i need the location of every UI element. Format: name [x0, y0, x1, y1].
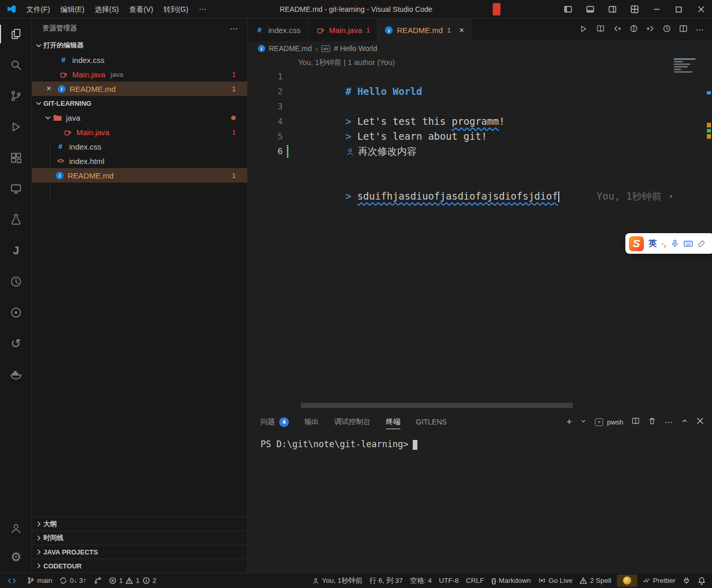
layout-customize-icon[interactable] [623, 0, 645, 19]
section-timeline[interactable]: 时间线 [32, 531, 247, 545]
java-icon[interactable]: J [0, 235, 32, 266]
remote-indicator-icon[interactable] [0, 573, 23, 588]
encoding[interactable]: UTF-8 [435, 573, 462, 588]
sidebar-more-actions-icon[interactable]: ⋯ [230, 24, 238, 34]
ime-mode-indicator[interactable]: 英 [649, 238, 657, 249]
menu-file[interactable]: 文件(F) [21, 3, 55, 16]
sync-changes[interactable]: 0↓ 3↑ [56, 573, 90, 588]
git-graph-icon[interactable] [90, 573, 105, 588]
blame-status[interactable]: You, 1秒钟前 [309, 573, 366, 588]
cursor-position[interactable]: 行 6, 列 37 [366, 573, 407, 588]
run-file-icon[interactable] [579, 24, 588, 36]
close-tab-icon[interactable]: × [459, 26, 464, 35]
open-changes-icon[interactable] [629, 24, 638, 35]
ime-toolbox-icon[interactable] [698, 239, 706, 248]
file-index-html[interactable]: <> index.html [32, 154, 247, 168]
panel-tab-problems[interactable]: 问题 4 [261, 412, 289, 432]
tab-index-css[interactable]: # index.css [248, 19, 309, 41]
terminal-instance-pwsh[interactable]: > pwsh [595, 418, 623, 426]
run-debug-icon[interactable] [0, 111, 32, 142]
menu-view[interactable]: 查看(V) [124, 3, 158, 16]
open-editor-main-java[interactable]: Main.java java 1 [32, 67, 247, 81]
extensions-icon[interactable] [0, 142, 32, 173]
settings-gear-icon[interactable]: ⚙ [0, 543, 32, 571]
search-icon[interactable] [0, 50, 32, 80]
panel-more-actions-icon[interactable]: ⋯ [665, 417, 673, 427]
close-panel-icon[interactable] [697, 417, 704, 427]
panel-tab-output[interactable]: 输出 [304, 412, 319, 432]
breadcrumb-file[interactable]: README.md [269, 44, 312, 53]
terminal-output[interactable]: PS D:\git\note\git-learning> [248, 432, 712, 450]
file-readme-md[interactable]: i README.md 1 [32, 168, 247, 183]
open-editor-readme-md[interactable]: × i README.md 1 [32, 81, 247, 96]
next-change-icon[interactable] [646, 24, 655, 35]
layout-secondary-sidebar-icon[interactable] [601, 0, 623, 19]
panel-tab-debug-console[interactable]: 调试控制台 [334, 412, 370, 432]
prettier-status[interactable]: ✓✓ Prettier [639, 573, 679, 588]
markdown-preview-icon[interactable] [596, 24, 605, 36]
history-icon[interactable]: ↺ [0, 328, 32, 359]
file-index-css[interactable]: # index.css [32, 139, 247, 154]
source-control-icon[interactable] [0, 80, 32, 111]
minimize-icon[interactable] [645, 0, 668, 19]
menu-selection[interactable]: 选择(S) [90, 3, 124, 16]
plug-icon[interactable] [679, 573, 694, 588]
menu-edit[interactable]: 编辑(E) [55, 3, 90, 16]
gold-badge-icon[interactable] [617, 575, 637, 587]
account-icon[interactable] [0, 514, 32, 543]
editor-more-actions-icon[interactable]: ⋯ [695, 25, 704, 35]
folder-java[interactable]: java [32, 110, 247, 125]
codetour-icon[interactable] [0, 297, 32, 328]
ime-punctuation-icon[interactable]: ·, [661, 239, 666, 248]
terminal-dropdown-icon[interactable] [580, 417, 587, 427]
new-terminal-icon[interactable]: + [567, 417, 572, 428]
open-editor-index-css[interactable]: # index.css [32, 53, 247, 67]
close-icon[interactable] [690, 0, 712, 19]
file-main-java[interactable]: Main.java 1 [32, 125, 247, 139]
open-editors-header[interactable]: 打开的编辑器 [32, 38, 247, 53]
split-terminal-icon[interactable] [632, 417, 640, 427]
eol-sequence[interactable]: CRLF [462, 573, 488, 588]
section-java-projects[interactable]: JAVA PROJECTS [32, 545, 247, 559]
remote-explorer-icon[interactable] [0, 173, 32, 204]
sogou-logo-icon[interactable]: S [629, 236, 644, 251]
layout-sidebar-icon[interactable] [557, 0, 579, 19]
explorer-icon[interactable] [0, 19, 32, 50]
kill-terminal-icon[interactable] [648, 417, 656, 427]
go-live-button[interactable]: Go Live [535, 573, 576, 588]
codelens-authors[interactable]: You, 1秒钟前 | 1 author (You) [248, 56, 712, 69]
menu-goto[interactable]: 转到(G) [158, 3, 193, 16]
maximize-icon[interactable] [668, 0, 690, 19]
panel-tab-terminal[interactable]: 终端 [386, 412, 400, 432]
notifications-bell-icon[interactable] [694, 573, 712, 588]
braces-icon: {} [491, 577, 496, 584]
problems-indicator[interactable]: 1 1 2 [105, 573, 160, 588]
breadcrumb-symbol[interactable]: # Hello World [334, 44, 377, 53]
section-outline[interactable]: 大纲 [32, 517, 247, 531]
spell-checker-status[interactable]: 2 Spell [576, 573, 614, 588]
docker-icon[interactable] [0, 359, 32, 390]
testing-icon[interactable] [0, 204, 32, 235]
tab-readme-md[interactable]: i README.md 1 × [378, 19, 472, 42]
language-mode[interactable]: {} Markdown [488, 573, 535, 588]
horizontal-scrollbar[interactable] [301, 403, 573, 408]
ime-keyboard-icon[interactable] [684, 240, 693, 248]
maximize-panel-icon[interactable] [681, 417, 688, 427]
split-editor-icon[interactable] [679, 24, 688, 35]
layout-panel-icon[interactable] [579, 0, 601, 19]
section-codetour[interactable]: CODETOUR [32, 559, 247, 573]
panel-header: 问题 4 输出 调试控制台 终端 GITLENS + > pwsh ⋯ [248, 412, 712, 432]
tab-main-java[interactable]: Main.java 1 [309, 19, 378, 41]
ime-mic-icon[interactable] [671, 239, 679, 248]
branch-indicator[interactable]: main [23, 573, 56, 588]
indentation[interactable]: 空格: 4 [407, 573, 435, 588]
close-editor-icon[interactable]: × [46, 84, 58, 93]
menu-more-icon[interactable]: ⋯ [193, 5, 212, 14]
vscode-window: 文件(F) 编辑(E) 选择(S) 查看(V) 转到(G) ⋯ README.m… [0, 0, 712, 588]
panel-tab-gitlens[interactable]: GITLENS [416, 412, 447, 432]
project-root-header[interactable]: GIT-LEARNING [32, 96, 247, 110]
minimap[interactable] [674, 57, 704, 74]
gitlens-icon[interactable] [0, 266, 32, 297]
prev-change-icon[interactable] [613, 24, 622, 35]
file-history-icon[interactable] [662, 24, 671, 35]
